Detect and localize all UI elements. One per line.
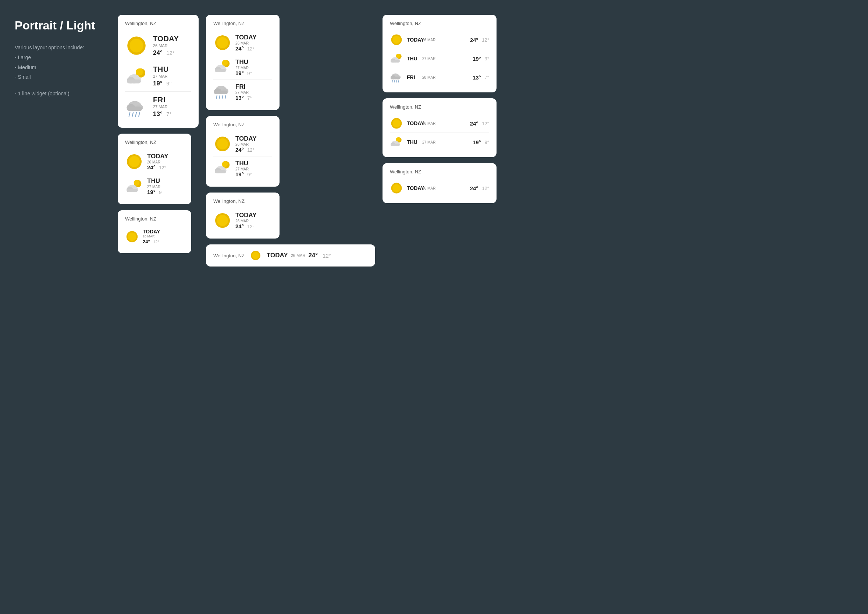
weather-row-today: TODAY 26 MAR 24° 12° <box>213 31 272 55</box>
card-medium-2day: Wellington, NZ TODAY 26 MAR 24° 12° <box>118 134 191 204</box>
location-label: Wellington, NZ <box>125 20 191 26</box>
weather-row-thu: THU 27 MAR 19° 9° <box>213 157 272 181</box>
subtitle: Various layout options include: <box>15 43 103 53</box>
temp-low: 12° <box>166 50 175 56</box>
sun-icon <box>250 250 262 261</box>
card-large-3day: Wellington, NZ TODAY 26 MAR 24° 12° <box>118 15 198 128</box>
weather-row-today: TODAY 26 MAR 24° 12° <box>125 149 184 174</box>
weather-row-today: TODAY 26 MAR 24° 12° <box>390 31 489 49</box>
card-small-1day: Wellington, NZ TODAY 26 MAR 24° 12° <box>118 210 191 253</box>
sun-icon <box>125 230 139 244</box>
weather-row-fri: FRI 27 MAR 13° 7° <box>213 80 272 104</box>
cloud-sun-icon <box>125 177 143 196</box>
temp-low: 7° <box>166 111 171 117</box>
weather-row-today: TODAY 26 MAR 24° 12° <box>390 179 489 197</box>
sun-icon <box>213 34 232 52</box>
location-label: Wellington, NZ <box>213 198 272 204</box>
date-label: 27 MAR <box>153 104 172 109</box>
location-label: Wellington, NZ <box>390 20 489 26</box>
cloud-sun-icon <box>390 52 403 65</box>
option-large: - Large <box>15 53 103 62</box>
rain-icon <box>125 95 148 118</box>
weather-row-today: TODAY 26 MAR 24° 12° <box>213 132 272 157</box>
location-label: Wellington, NZ <box>125 216 184 222</box>
column-2: Wellington, NZ TODAY 26 MAR 24° 12° <box>206 15 375 266</box>
location-label: Wellington, NZ <box>390 104 489 110</box>
weather-row-today: TODAY 26 MAR 24° 12° <box>213 208 272 233</box>
card-col2-2day: Wellington, NZ TODAY 26 MAR 24° 12° <box>206 116 279 187</box>
weather-row-thu: THU 27 MAR 19° 9° <box>390 133 489 151</box>
weather-row-thu: THU 27 MAR 19° 9° <box>125 174 184 198</box>
date-label: 26 MAR <box>153 44 179 48</box>
location-label: Wellington, NZ <box>213 122 272 127</box>
weather-row-today: TODAY 26 MAR 24° 12° <box>125 226 184 247</box>
sun-icon <box>390 117 403 130</box>
page-title: Portrait / Light <box>15 19 103 33</box>
weather-row-thu: THU 27 MAR 19° 9° <box>125 61 191 92</box>
cloud-sun-icon <box>213 159 232 178</box>
main-content: Wellington, NZ TODAY 26 MAR 24° 12° <box>118 15 853 266</box>
option-medium: - Medium <box>15 62 103 73</box>
card-col2-3day: Wellington, NZ TODAY 26 MAR 24° 12° <box>206 15 279 110</box>
weather-row-fri: FRI 27 MAR 13° 7° <box>125 92 191 122</box>
sun-icon <box>125 152 143 171</box>
rain-icon <box>213 83 232 101</box>
sun-icon <box>390 33 403 47</box>
card-oneline-widget: Wellington, NZ TODAY 26 MAR 24° 12° <box>206 244 375 266</box>
sun-icon <box>125 34 148 57</box>
card-compact-2day: Wellington, NZ TODAY 26 MAR 24° 12° THU <box>383 98 496 157</box>
temp-high: 13° <box>153 110 163 117</box>
weather-row-today: TODAY 26 MAR 24° 12° <box>125 31 191 61</box>
date-label: 27 MAR <box>153 74 172 78</box>
sun-icon <box>390 182 403 195</box>
weather-row-fri: FRI 28 MAR 13° 7° <box>390 68 489 87</box>
weather-row-today: TODAY 26 MAR 24° 12° <box>390 114 489 133</box>
location-label: Wellington, NZ <box>390 169 489 174</box>
card-col2-1day: Wellington, NZ TODAY 26 MAR 24° 12° <box>206 193 279 239</box>
option-widget: - 1 line widget (optional) <box>15 89 103 99</box>
location-label: Wellington, NZ <box>213 253 245 258</box>
temp-low: 9° <box>166 80 171 87</box>
sun-icon <box>213 211 232 230</box>
rain-icon <box>390 71 403 84</box>
temp-high: 24° <box>153 49 163 56</box>
card-compact-3day: Wellington, NZ TODAY 26 MAR 24° 12° <box>383 15 496 92</box>
sidebar-description: Various layout options include: - Large … <box>15 43 103 98</box>
option-small: - Small <box>15 72 103 82</box>
temp-high: 19° <box>153 80 163 87</box>
location-label: Wellington, NZ <box>125 140 184 145</box>
column-1: Wellington, NZ TODAY 26 MAR 24° 12° <box>118 15 198 266</box>
day-label: TODAY <box>153 34 179 43</box>
day-label: FRI <box>153 96 172 104</box>
cloud-sun-icon <box>390 135 403 149</box>
column-3: Wellington, NZ TODAY 26 MAR 24° 12° <box>383 15 496 266</box>
cloud-sun-icon <box>213 58 232 76</box>
weather-row-thu: THU 27 MAR 19° 9° <box>213 55 272 80</box>
sidebar: Portrait / Light Various layout options … <box>15 15 103 98</box>
card-compact-1day: Wellington, NZ TODAY 26 MAR 24° 12° <box>383 163 496 203</box>
weather-row-thu: THU 27 MAR 19° 9° <box>390 49 489 68</box>
day-label: THU <box>153 65 172 74</box>
cloud-sun-icon <box>125 65 148 88</box>
sun-icon <box>213 135 232 153</box>
location-label: Wellington, NZ <box>213 20 272 26</box>
